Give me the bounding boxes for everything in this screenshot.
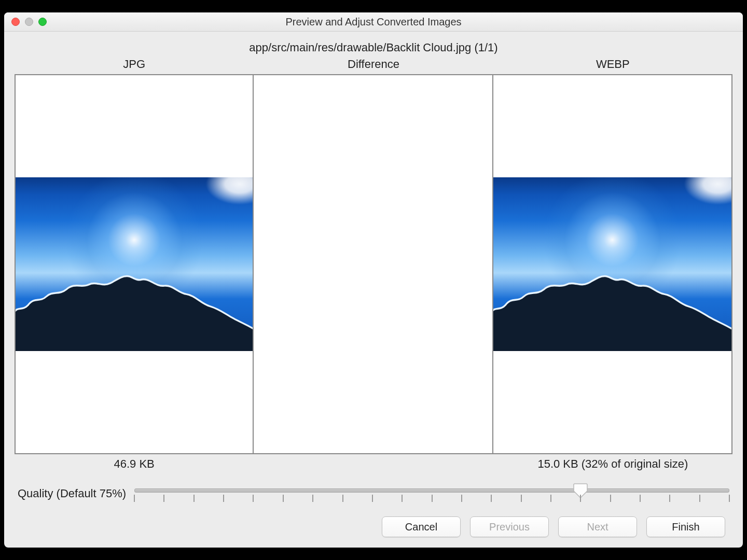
panel-original: JPG 46.9 KB — [15, 58, 254, 473]
slider-tick — [461, 495, 462, 502]
converted-image — [493, 177, 731, 351]
slider-tick — [640, 495, 641, 502]
panel-original-header: JPG — [15, 58, 254, 74]
panel-converted-header: WEBP — [493, 58, 732, 74]
panel-difference-canvas[interactable] — [254, 74, 493, 454]
slider-tick — [491, 495, 492, 502]
comparison-row: JPG 46.9 KB — [12, 58, 735, 473]
slider-tick — [193, 495, 195, 502]
slider-tick — [521, 495, 522, 502]
slider-tick — [223, 495, 224, 502]
panel-difference-header: Difference — [254, 58, 493, 74]
slider-tick — [253, 495, 254, 502]
panel-difference-footer — [254, 454, 493, 473]
quality-slider[interactable] — [134, 483, 729, 504]
finish-button[interactable]: Finish — [646, 516, 725, 537]
slider-tick — [699, 495, 700, 502]
window-title: Preview and Adjust Converted Images — [285, 16, 461, 28]
next-button[interactable]: Next — [558, 516, 637, 537]
panel-original-canvas[interactable] — [15, 74, 254, 454]
slider-tick — [342, 495, 343, 502]
close-icon[interactable] — [11, 18, 20, 26]
panel-converted-canvas[interactable] — [493, 74, 732, 454]
slider-ticks — [134, 495, 729, 503]
previous-button[interactable]: Previous — [470, 516, 549, 537]
panel-original-size: 46.9 KB — [15, 454, 254, 473]
slider-tick — [610, 495, 611, 502]
slider-tick — [312, 495, 313, 502]
slider-tick — [580, 495, 581, 502]
slider-tick — [550, 495, 551, 502]
panel-converted: WEBP 15.0 KB (32% of original — [493, 58, 732, 473]
slider-tick — [402, 495, 403, 502]
slider-track — [134, 488, 729, 493]
window-controls — [11, 12, 47, 31]
minimize-icon[interactable] — [25, 18, 33, 26]
dialog-buttons: Cancel Previous Next Finish — [12, 510, 735, 548]
slider-tick — [163, 495, 164, 502]
panel-difference: Difference — [254, 58, 493, 473]
quality-label: Quality (Default 75%) — [18, 487, 126, 500]
screen: Preview and Adjust Converted Images app/… — [0, 0, 747, 560]
file-path-label: app/src/main/res/drawable/Backlit Cloud.… — [12, 36, 735, 58]
slider-tick — [669, 495, 670, 502]
slider-tick — [283, 495, 284, 502]
content-area: app/src/main/res/drawable/Backlit Cloud.… — [4, 32, 743, 548]
dialog-window: Preview and Adjust Converted Images app/… — [4, 12, 743, 548]
slider-tick — [134, 495, 135, 502]
slider-tick — [729, 495, 730, 502]
quality-row: Quality (Default 75%) — [12, 473, 735, 510]
zoom-icon[interactable] — [38, 18, 47, 26]
panel-converted-size: 15.0 KB (32% of original size) — [493, 454, 732, 473]
titlebar[interactable]: Preview and Adjust Converted Images — [4, 12, 743, 32]
original-image — [16, 177, 253, 351]
slider-tick — [372, 495, 373, 502]
cancel-button[interactable]: Cancel — [382, 516, 461, 537]
slider-tick — [432, 495, 433, 502]
